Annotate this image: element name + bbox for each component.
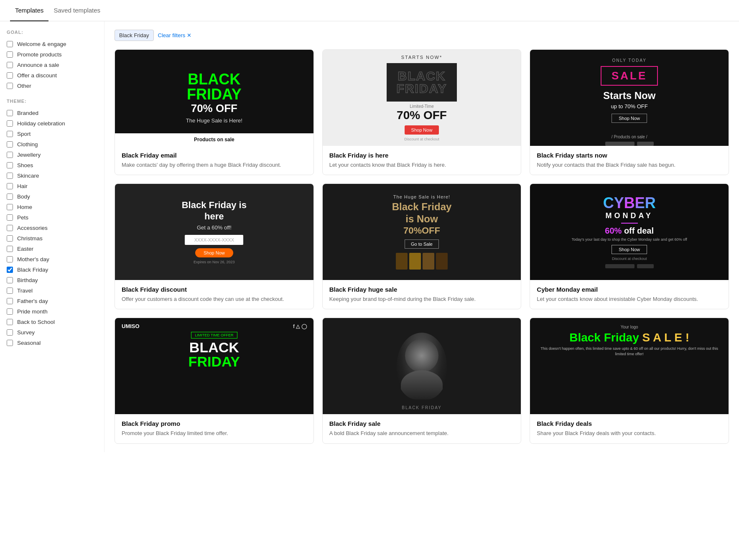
jewellery-label: Jewellery: [17, 152, 41, 158]
template-card-4[interactable]: Black Friday ishere Get a 60% off! XXXX-…: [115, 183, 314, 309]
bar-1: [605, 142, 635, 146]
preview-huge-sale: The Huge Sale is Here!: [393, 194, 450, 199]
sidebar-item-welcome[interactable]: Welcome & engage: [7, 39, 97, 49]
sidebar-item-christmas[interactable]: Christmas: [7, 233, 97, 244]
sidebar: GOAL: Welcome & engage Promote products …: [0, 21, 104, 452]
preview-bf-here: Black Friday ishere: [182, 200, 247, 222]
template-desc-2: Let your contacts know that Black Friday…: [329, 161, 515, 169]
preview-pct-off-5: 70%OFF: [403, 225, 440, 236]
preview-cm-btn: Shop Now: [612, 245, 647, 254]
preview-bottom-1: Products on sale: [115, 133, 313, 146]
sidebar-item-sport[interactable]: Sport: [7, 129, 97, 139]
preview-up-to: up to 70% OFF: [611, 103, 648, 109]
preview-sale-1: 70% OFF: [191, 102, 237, 115]
pets-label: Pets: [17, 214, 28, 221]
sidebar-item-holiday[interactable]: Holiday celebration: [7, 118, 97, 129]
sidebar-item-body[interactable]: Body: [7, 191, 97, 202]
bar-2: [637, 142, 654, 146]
travel-label: Travel: [17, 288, 33, 294]
skincare-label: Skincare: [17, 173, 39, 179]
template-card-8[interactable]: BLACK FRIDAY Black Friday sale A bold Bl…: [322, 318, 522, 443]
welcome-label: Welcome & engage: [17, 41, 66, 47]
sidebar-item-travel[interactable]: Travel: [7, 285, 97, 296]
template-info-8: Black Friday sale A bold Black Friday sa…: [323, 414, 521, 443]
template-title-8: Black Friday sale: [329, 420, 515, 427]
sidebar-item-shoes[interactable]: Shoes: [7, 160, 97, 171]
seasonal-label: Seasonal: [17, 340, 41, 346]
template-preview-2: STARTS NOW* BLACKFRIDAY Limited-Time 70%…: [323, 50, 521, 146]
sidebar-item-branded[interactable]: Branded: [7, 108, 97, 118]
preview-shop-btn-4: Shop Now: [195, 248, 233, 257]
sidebar-item-pets[interactable]: Pets: [7, 212, 97, 223]
preview-starts-now-2: STARTS NOW*: [401, 55, 443, 60]
template-preview-7: UMISO f △ ◯ LIMITED TIME OFFER BLACK FRI…: [115, 318, 313, 414]
template-card-5[interactable]: The Huge Sale is Here! Black Fridayis No…: [322, 183, 522, 309]
preview-sub-1: The Huge Sale is Here!: [186, 117, 242, 124]
sidebar-item-seasonal[interactable]: Seasonal: [7, 338, 97, 348]
template-card-9[interactable]: Your logo Black Friday S A L E ! This do…: [530, 318, 729, 443]
christmas-label: Christmas: [17, 235, 43, 242]
template-info-7: Black Friday promo Promote your Black Fr…: [115, 414, 313, 443]
template-preview-6: CYBER MONDAY 60% off deal Today's your l…: [530, 184, 729, 280]
prod-3: [423, 253, 434, 270]
portrait-body: [401, 370, 443, 400]
template-title-1: Black Friday email: [122, 152, 307, 159]
promote-label: Promote products: [17, 51, 62, 58]
sidebar-item-clothing[interactable]: Clothing: [7, 139, 97, 150]
active-filter-tag[interactable]: Black Friday: [115, 30, 154, 41]
sidebar-item-other[interactable]: Other: [7, 81, 97, 91]
preview-only-today: ONLY TODAY: [612, 58, 646, 63]
template-card-3[interactable]: ONLY TODAY SALE Starts Now up to 70% OFF…: [530, 49, 729, 175]
template-card-7[interactable]: UMISO f △ ◯ LIMITED TIME OFFER BLACK FRI…: [115, 318, 314, 443]
sidebar-item-promote[interactable]: Promote products: [7, 49, 97, 60]
close-icon: ✕: [187, 32, 191, 38]
holiday-label: Holiday celebration: [17, 120, 65, 127]
sidebar-item-easter[interactable]: Easter: [7, 244, 97, 254]
preview-discount-info: Discount at checkout: [404, 137, 439, 141]
template-title-7: Black Friday promo: [122, 420, 307, 427]
preview-dark-box: BLACKFRIDAY: [387, 63, 457, 102]
sidebar-item-mothers-day[interactable]: Mother's day: [7, 254, 97, 265]
sidebar-item-back-to-school[interactable]: Back to School: [7, 317, 97, 327]
sidebar-item-jewellery[interactable]: Jewellery: [7, 150, 97, 160]
template-card-1[interactable]: BLACKFRIDAY 70% OFF The Huge Sale is Her…: [115, 49, 314, 175]
other-label: Other: [17, 83, 31, 89]
birthday-label: Birthday: [17, 277, 38, 283]
clear-filters-button[interactable]: Clear filters ✕: [158, 32, 192, 38]
portrait-head: [405, 339, 438, 372]
prod-1: [396, 253, 408, 270]
preview-shop-btn-2: Shop Now: [405, 125, 439, 135]
sidebar-item-birthday[interactable]: Birthday: [7, 275, 97, 285]
tab-templates[interactable]: Templates: [10, 0, 48, 21]
announce-label: Announce a sale: [17, 62, 59, 68]
preview-black-big: BLACK: [189, 340, 239, 354]
preview-bf-sale-text: Black Friday S A L E !: [569, 331, 689, 344]
theme-label: THEME:: [7, 99, 97, 104]
sidebar-item-hair[interactable]: Hair: [7, 181, 97, 191]
template-preview-4: Black Friday ishere Get a 60% off! XXXX-…: [115, 184, 313, 280]
sidebar-item-survey[interactable]: Survey: [7, 327, 97, 338]
preview-accent-line: [621, 223, 638, 224]
sidebar-item-skincare[interactable]: Skincare: [7, 171, 97, 181]
preview-sub-promo: This doesn't happen often, this limited …: [537, 346, 722, 356]
template-card-6[interactable]: CYBER MONDAY 60% off deal Today's your l…: [530, 183, 729, 309]
sidebar-item-accessories[interactable]: Accessories: [7, 223, 97, 233]
home-label: Home: [17, 204, 32, 210]
template-desc-6: Let your contacts know about irresistabl…: [537, 295, 722, 303]
template-title-3: Black Friday starts now: [537, 152, 722, 159]
preview-bf-yellow: S A L E !: [642, 331, 690, 344]
sidebar-item-home[interactable]: Home: [7, 202, 97, 212]
preview-portrait-bg: BLACK FRIDAY: [323, 318, 521, 414]
clear-filters-label: Clear filters: [158, 32, 186, 38]
sidebar-item-pride-month[interactable]: Pride month: [7, 306, 97, 317]
preview-cyber: CYBER: [603, 196, 656, 211]
black-friday-label: Black Friday: [17, 267, 48, 273]
sidebar-item-announce[interactable]: Announce a sale: [7, 60, 97, 70]
tab-saved-templates[interactable]: Saved templates: [48, 0, 105, 21]
sidebar-item-black-friday[interactable]: Black Friday: [7, 265, 97, 275]
pride-month-label: Pride month: [17, 308, 48, 315]
sidebar-item-fathers-day[interactable]: Father's day: [7, 296, 97, 306]
template-card-2[interactable]: STARTS NOW* BLACKFRIDAY Limited-Time 70%…: [322, 49, 522, 175]
template-preview-9: Your logo Black Friday S A L E ! This do…: [530, 318, 729, 414]
sidebar-item-offer-discount[interactable]: Offer a discount: [7, 70, 97, 81]
